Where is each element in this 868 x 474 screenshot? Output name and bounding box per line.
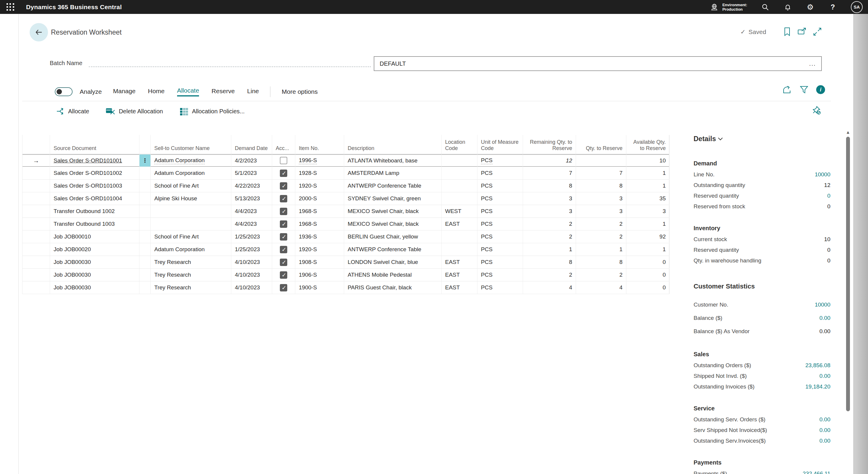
available-qty-cell[interactable]: 3 [626, 205, 670, 217]
accept-checkbox-cell[interactable] [272, 243, 295, 256]
column-header-remaining[interactable]: Remaining Qty. to Reserve [523, 135, 576, 154]
open-in-new-window-icon[interactable] [798, 28, 806, 36]
unit-of-measure-cell[interactable]: PCS [477, 269, 523, 281]
remaining-qty-cell[interactable]: 7 [523, 167, 576, 179]
demand-date-cell[interactable]: 4/10/2023 [231, 269, 272, 281]
qty-to-reserve-cell[interactable]: 7 [576, 167, 626, 179]
remaining-qty-cell[interactable]: 2 [523, 231, 576, 243]
menu-item-manage[interactable]: Manage [113, 88, 136, 96]
source-document-cell[interactable]: Transfer Outbound 1003 [50, 218, 140, 230]
table-row[interactable]: → Sales Order S-ORD101001 ⋮ Adatum Corpo… [23, 154, 669, 167]
unit-of-measure-cell[interactable]: PCS [477, 179, 523, 192]
demand-date-cell[interactable]: 4/2/2023 [231, 155, 272, 167]
row-context-menu-cell[interactable]: ⋮ [140, 155, 151, 167]
item-no-cell[interactable]: 1936-S [295, 231, 344, 243]
item-no-cell[interactable]: 1908-S [295, 256, 344, 268]
table-row[interactable]: Sales Order S-ORD101003 School of Fine A… [23, 179, 669, 192]
demand-date-cell[interactable]: 4/4/2023 [231, 205, 272, 217]
user-avatar[interactable]: SA [851, 1, 863, 13]
table-row[interactable]: Sales Order S-ORD101004 Alpine Ski House… [23, 192, 669, 205]
factbox-row-value[interactable]: 0.00 [819, 438, 830, 444]
accept-checkbox[interactable] [280, 195, 287, 202]
remaining-qty-cell[interactable]: 3 [523, 192, 576, 205]
table-row[interactable]: Job JOB00010 School of Fine Art 1/25/202… [23, 231, 669, 243]
row-context-menu-cell[interactable] [140, 269, 151, 281]
row-context-menu-cell[interactable] [140, 256, 151, 268]
row-context-menu-cell[interactable] [140, 192, 151, 205]
item-no-cell[interactable]: 1996-S [295, 155, 344, 167]
source-document-cell[interactable]: Sales Order S-ORD101004 [50, 192, 140, 205]
factbox-row-value[interactable]: 0.00 [819, 373, 830, 379]
demand-date-cell[interactable]: 4/10/2023 [231, 281, 272, 294]
more-options-menu[interactable]: More options [282, 88, 317, 95]
batch-name-input[interactable]: DEFAULT ... [374, 56, 822, 71]
qty-to-reserve-cell[interactable]: 4 [576, 281, 626, 294]
source-document-cell[interactable]: Job JOB00020 [50, 243, 140, 256]
description-cell[interactable]: ATHENS Mobile Pedestal [344, 269, 441, 281]
accept-checkbox[interactable] [280, 246, 287, 253]
location-code-cell[interactable] [441, 231, 477, 243]
app-title[interactable]: Dynamics 365 Business Central [26, 4, 122, 11]
description-cell[interactable]: BERLIN Guest Chair, yellow [344, 231, 441, 243]
remaining-qty-cell[interactable]: 8 [523, 179, 576, 192]
item-no-cell[interactable]: 1928-S [295, 167, 344, 179]
item-no-cell[interactable]: 1906-S [295, 269, 344, 281]
demand-date-cell[interactable]: 4/10/2023 [231, 256, 272, 268]
accept-checkbox[interactable] [280, 170, 287, 177]
column-header-item[interactable]: Item No. [295, 135, 344, 154]
item-no-cell[interactable]: 1920-S [295, 243, 344, 256]
location-code-cell[interactable] [441, 167, 477, 179]
info-icon[interactable]: i [816, 85, 825, 94]
source-document-cell[interactable]: Sales Order S-ORD101002 [50, 167, 140, 179]
qty-to-reserve-cell[interactable]: 3 [576, 205, 626, 217]
menu-item-home[interactable]: Home [148, 88, 165, 96]
table-row[interactable]: Transfer Outbound 1002 4/4/2023 1968-S M… [23, 205, 669, 218]
batch-lookup-ellipsis-button[interactable]: ... [809, 60, 816, 67]
settings-gear-icon[interactable]: ⚙ [806, 3, 815, 11]
description-cell[interactable]: MEXICO Swivel Chair, black [344, 218, 441, 230]
customer-name-cell[interactable] [151, 205, 231, 217]
qty-to-reserve-cell[interactable]: 2 [576, 269, 626, 281]
delete-allocation-button[interactable]: Delete Allocation [106, 107, 163, 116]
item-no-cell[interactable]: 1968-S [295, 218, 344, 230]
column-header-source[interactable]: Source Document [50, 135, 140, 154]
remaining-qty-cell[interactable]: 12 [523, 155, 576, 167]
location-code-cell[interactable] [441, 192, 477, 205]
row-context-menu-cell[interactable] [140, 243, 151, 256]
menu-item-allocate[interactable]: Allocate [177, 87, 199, 97]
source-document-cell[interactable]: Job JOB00010 [50, 231, 140, 243]
remaining-qty-cell[interactable]: 8 [523, 256, 576, 268]
source-document-cell[interactable]: Sales Order S-ORD101003 [50, 179, 140, 192]
accept-checkbox-cell[interactable] [272, 218, 295, 230]
details-title[interactable]: Details [693, 135, 830, 143]
share-icon[interactable] [782, 85, 792, 94]
demand-date-cell[interactable]: 1/25/2023 [231, 243, 272, 256]
available-qty-cell[interactable]: 10 [626, 155, 670, 167]
location-code-cell[interactable]: EAST [441, 281, 477, 294]
allocation-policies-button[interactable]: Allocation Policies... [180, 107, 245, 116]
factbox-row-value[interactable]: 0.00 [819, 416, 830, 423]
accept-checkbox[interactable] [280, 259, 287, 266]
table-row[interactable]: Job JOB00030 Trey Research 4/10/2023 190… [23, 256, 669, 269]
item-no-cell[interactable]: 1900-S [295, 281, 344, 294]
unit-of-measure-cell[interactable]: PCS [477, 231, 523, 243]
column-header-qty[interactable]: Qty. to Reserve [576, 135, 626, 154]
accept-checkbox[interactable] [280, 182, 287, 190]
unit-of-measure-cell[interactable]: PCS [477, 256, 523, 268]
column-header-available[interactable]: Available Qty. to Reserve [626, 135, 670, 154]
description-cell[interactable]: ANTWERP Conference Table [344, 179, 441, 192]
qty-to-reserve-cell[interactable]: 3 [576, 192, 626, 205]
customer-name-cell[interactable]: School of Fine Art [151, 179, 231, 192]
environment-indicator[interactable]: Environment: Production [710, 3, 747, 11]
qty-to-reserve-cell[interactable]: 8 [576, 179, 626, 192]
customer-name-cell[interactable]: Trey Research [151, 269, 231, 281]
table-row[interactable]: Job JOB00020 Adatum Corporation 1/25/202… [23, 243, 669, 256]
description-cell[interactable]: ANTWERP Conference Table [344, 243, 441, 256]
row-context-menu-cell[interactable] [140, 179, 151, 192]
row-context-menu-cell[interactable] [140, 205, 151, 217]
factbox-row-value[interactable]: 23,856.08 [805, 362, 830, 369]
available-qty-cell[interactable]: 0 [626, 256, 670, 268]
search-icon[interactable] [761, 3, 770, 11]
available-qty-cell[interactable]: 1 [626, 167, 670, 179]
unit-of-measure-cell[interactable]: PCS [477, 243, 523, 256]
